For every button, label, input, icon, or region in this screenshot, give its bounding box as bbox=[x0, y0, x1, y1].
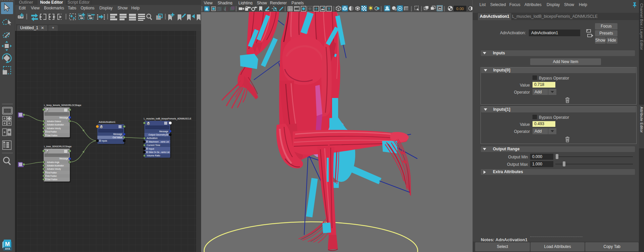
svg-text:L_muscles_lodB_bicepsFemoris_A: L_muscles_lodB_bicepsFemoris_ADNMUSCLE bbox=[144, 117, 191, 120]
svg-text:AYA: AYA bbox=[5, 247, 10, 250]
svg-text:A: A bbox=[205, 7, 208, 11]
svg-text:T: T bbox=[328, 7, 330, 11]
svg-text:L_knee_SENSORLOCShape: L_knee_SENSORLOCShape bbox=[44, 145, 72, 148]
svg-text:Current Time: Current Time bbox=[147, 144, 160, 146]
svg-text:Input: Input bbox=[149, 148, 154, 150]
svg-text:Message: Message bbox=[59, 157, 68, 160]
svg-text:Output Geometry: Output Geometry bbox=[148, 134, 166, 136]
svg-text:Activation Velocity: Activation Velocity bbox=[47, 127, 61, 130]
svg-text:Activation Acceleration: Activation Acceleration bbox=[47, 123, 64, 126]
svg-text:End Position: End Position bbox=[47, 171, 57, 174]
svg-text:Start Position: Start Position bbox=[47, 178, 57, 181]
svg-text:Activation Distance: Activation Distance bbox=[47, 120, 61, 122]
svg-text:Inputs: Inputs bbox=[102, 140, 107, 142]
svg-text:0.00: 0.00 bbox=[456, 7, 464, 11]
svg-text:Activation: Activation bbox=[147, 137, 157, 139]
svg-text:Volume Ratio: Volume Ratio bbox=[147, 154, 160, 157]
svg-text:M: M bbox=[5, 241, 10, 247]
svg-text:Mid Position: Mid Position bbox=[47, 175, 57, 177]
svg-text:AdnActivation1: AdnActivation1 bbox=[99, 120, 116, 123]
svg-text:End Position: End Position bbox=[47, 131, 57, 133]
svg-text:Activation Velocity: Activation Velocity bbox=[47, 168, 61, 170]
svg-text:Start Position: Start Position bbox=[47, 134, 57, 137]
svg-text:Message: Message bbox=[59, 116, 68, 119]
svg-text:Slide On Se...raints List: Slide On Se...raints List bbox=[149, 151, 170, 153]
svg-text:Message: Message bbox=[159, 130, 168, 133]
svg-text:Message: Message bbox=[113, 133, 122, 136]
svg-text:Activation Acceleration: Activation Acceleration bbox=[47, 164, 64, 167]
svg-text:L_bicep_femoris_SENSORLOCShape: L_bicep_femoris_SENSORLOCShape bbox=[44, 104, 81, 107]
svg-text:Activation Angle: Activation Angle bbox=[47, 161, 59, 164]
svg-text:Attachment ...raints List: Attachment ...raints List bbox=[149, 141, 169, 143]
svg-text:Out Value: Out Value bbox=[112, 136, 122, 139]
